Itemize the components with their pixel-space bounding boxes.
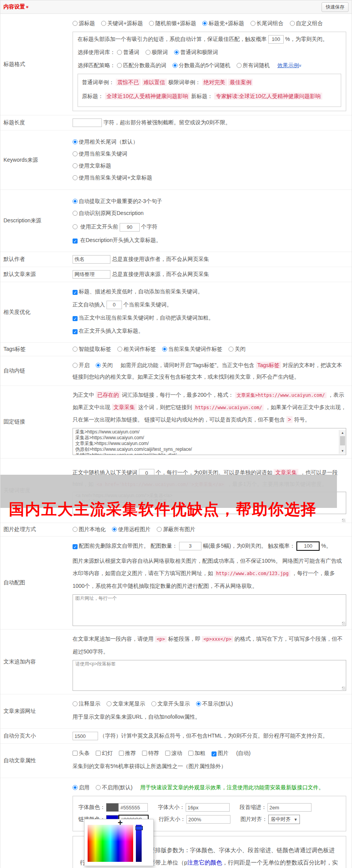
radio-icon[interactable] <box>73 21 78 26</box>
page-size-input[interactable] <box>73 732 98 740</box>
radio-icon[interactable] <box>73 151 78 156</box>
radio-option[interactable]: 所有词随机 <box>237 62 270 68</box>
radio-icon[interactable] <box>101 21 106 26</box>
radio-icon[interactable] <box>290 21 295 26</box>
image-align-select[interactable]: 居中对齐▼ <box>268 815 300 824</box>
title-length-input[interactable] <box>73 118 102 127</box>
checkbox-icon[interactable] <box>188 751 193 756</box>
radio-option[interactable]: 自定义组合 <box>290 20 323 26</box>
radio-icon[interactable] <box>73 224 78 229</box>
radio-option[interactable]: 普通词 <box>117 49 139 55</box>
radio-option[interactable]: 屏蔽所有图片 <box>157 526 195 532</box>
checkbox-icon[interactable] <box>96 751 101 756</box>
radio-icon[interactable] <box>202 21 207 26</box>
description-title-checkbox[interactable]: 在Description开头插入文章标题。 <box>73 235 346 245</box>
radio-icon[interactable] <box>73 701 78 706</box>
radio-option[interactable]: 标题党+源标题 <box>202 20 244 26</box>
radio-option[interactable]: 当前采集关键词作标签 <box>162 346 222 352</box>
radio-icon[interactable] <box>73 139 78 144</box>
textarea-scrollbar[interactable]: ▲ ▼ <box>339 430 346 454</box>
font-size-input[interactable] <box>186 803 230 812</box>
scroll-down-icon[interactable]: ▼ <box>339 448 346 454</box>
radio-option[interactable]: 极限词 <box>146 49 168 55</box>
checkbox-option[interactable]: 头条 <box>73 750 90 756</box>
color-picker-popup[interactable]: + <box>84 819 154 866</box>
fixed-links-textarea[interactable]: 采集>https://www.ucaiyun.com/ 采集器>https://… <box>73 428 346 455</box>
radio-icon[interactable] <box>73 199 78 204</box>
radio-option[interactable]: 使用文章标题 <box>73 162 346 169</box>
font-color-input[interactable] <box>118 803 148 812</box>
radio-icon[interactable] <box>112 527 117 532</box>
radio-icon[interactable] <box>149 21 154 26</box>
relevance-checkbox-3[interactable]: 在正文开头插入文章标题。 <box>73 326 346 335</box>
radio-option[interactable]: 不启用(默认) <box>96 784 132 790</box>
radio-option[interactable]: 启用 <box>73 784 90 790</box>
description-chars-input[interactable] <box>120 223 140 232</box>
default-source-input[interactable] <box>73 270 110 279</box>
checkbox-option[interactable]: 推荐 <box>119 750 136 756</box>
panel-title[interactable]: 内容设置» <box>3 3 29 10</box>
radio-option[interactable]: 文章末尾显示 <box>107 700 145 707</box>
image-urls-textarea[interactable]: 图片网址，每行一个 <box>73 594 346 626</box>
checkbox-option[interactable]: 特荐 <box>142 750 159 756</box>
radio-option[interactable]: 普通词和极限词 <box>174 49 218 55</box>
radio-option[interactable]: 开启 <box>73 362 90 368</box>
radio-icon[interactable] <box>151 701 156 706</box>
radio-icon[interactable] <box>173 63 178 68</box>
radio-icon[interactable] <box>73 785 78 790</box>
radio-option[interactable]: 自动识别原网页Description <box>73 210 346 217</box>
checkbox-icon[interactable] <box>73 751 78 756</box>
radio-icon[interactable] <box>162 347 167 352</box>
radio-icon[interactable] <box>73 211 78 216</box>
scrollbar-thumb[interactable] <box>340 436 345 445</box>
checkbox-icon[interactable] <box>73 329 78 334</box>
radio-option[interactable]: 自动提取正文中最重要的2-3个句子 <box>73 198 346 205</box>
radio-icon[interactable] <box>237 63 242 68</box>
checkbox-icon[interactable] <box>73 544 78 549</box>
radio-option[interactable]: 使用远程图片 <box>112 526 151 532</box>
checkbox-icon[interactable] <box>212 751 217 756</box>
indent-input[interactable] <box>267 803 311 812</box>
radio-icon[interactable] <box>117 63 122 68</box>
checkbox-icon[interactable] <box>73 316 78 321</box>
relevance-checkbox-1[interactable]: 标题、描述相关度低时，自动添加当前采集关键词。 <box>73 287 346 296</box>
resize-handle-icon[interactable] <box>342 687 345 690</box>
line-height-input[interactable] <box>186 815 230 824</box>
append-content-textarea[interactable]: 请使用<p>段落标签 <box>73 660 346 691</box>
checkbox-icon[interactable] <box>142 751 147 756</box>
radio-option[interactable]: 相关词作标签 <box>117 346 156 352</box>
radio-icon[interactable] <box>107 701 112 706</box>
radio-icon[interactable] <box>73 163 78 168</box>
radio-icon[interactable] <box>96 785 101 790</box>
radio-option[interactable]: 图片本地化 <box>73 526 106 532</box>
image-probability-input[interactable] <box>296 541 320 551</box>
image-count-input[interactable] <box>179 542 201 550</box>
checkbox-icon[interactable] <box>73 239 78 244</box>
radio-option[interactable]: 使用当前采集关键词 <box>73 151 346 157</box>
saturation-gradient-area[interactable] <box>88 825 133 862</box>
trigger-probability-input[interactable] <box>268 35 284 44</box>
hue-slider[interactable] <box>136 825 142 862</box>
radio-option[interactable]: 源标题 <box>73 20 95 26</box>
radio-option[interactable]: 关闭 <box>96 362 113 368</box>
radio-option[interactable]: 分数最高的5个词随机 <box>173 62 230 68</box>
radio-option[interactable]: 不显示(默认) <box>196 700 233 707</box>
radio-option[interactable]: 匹配分数最高的词 <box>117 62 166 68</box>
scroll-up-icon[interactable]: ▲ <box>339 430 346 436</box>
radio-icon[interactable] <box>174 50 179 55</box>
checkbox-icon[interactable] <box>119 751 124 756</box>
resize-handle-icon[interactable] <box>342 519 345 522</box>
radio-option[interactable]: 随机前缀+源标题 <box>149 20 196 26</box>
default-author-input[interactable] <box>73 255 110 264</box>
radio-option[interactable]: 关闭 <box>228 346 245 352</box>
radio-icon[interactable] <box>73 175 78 180</box>
relevance-checkbox-2[interactable]: 当正文中出现当前采集关键词时，自动把该关键词加粗。 <box>73 313 346 322</box>
radio-option[interactable]: 关键词+源标题 <box>101 20 143 26</box>
radio-icon[interactable] <box>73 347 78 352</box>
radio-option[interactable]: 文章开头显示 <box>151 700 190 707</box>
radio-icon[interactable] <box>117 50 122 55</box>
insert-keywords-count-input[interactable] <box>107 301 122 309</box>
checkbox-icon[interactable] <box>73 290 78 295</box>
radio-option[interactable]: 智能提取标签 <box>73 346 111 352</box>
quick-save-button[interactable]: 快速保存 <box>322 2 349 12</box>
